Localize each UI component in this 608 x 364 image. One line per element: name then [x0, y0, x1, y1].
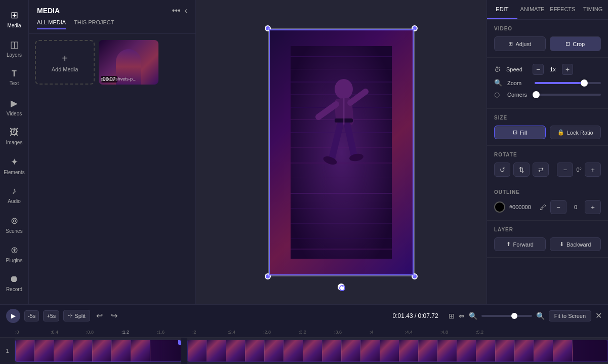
forward-button[interactable]: ⬆ Forward — [494, 237, 546, 251]
media-grid: + Add Media 00:07 pexels-shvets-p... — [29, 34, 195, 91]
layers-icon: ◫ — [10, 39, 19, 50]
sidebar-item-layers[interactable]: ◫ Layers — [0, 33, 29, 63]
timeline-zoom-track[interactable] — [481, 315, 532, 317]
sidebar-item-scenes[interactable]: ⊚ Scenes — [0, 210, 29, 239]
sidebar-label-record: Record — [6, 287, 22, 292]
media-options-button[interactable]: ••• — [172, 6, 181, 15]
svg-rect-12 — [291, 208, 392, 209]
skip-back-button[interactable]: -5s — [24, 310, 39, 321]
lock-ratio-button[interactable]: 🔒 Lock Ratio — [550, 126, 601, 139]
timeline-track-area: 1 — [0, 338, 608, 364]
speed-increase-button[interactable]: + — [562, 64, 573, 75]
close-timeline-button[interactable]: ✕ — [595, 311, 602, 320]
speed-control: − 1x + — [533, 64, 573, 75]
rotate-ccw-button[interactable]: ↺ — [494, 163, 510, 177]
sidebar-item-audio[interactable]: ♪ Audio — [0, 180, 29, 210]
record-icon: ⏺ — [10, 274, 19, 285]
media-collapse-button[interactable]: ‹ — [185, 6, 187, 15]
tab-effects[interactable]: EFFECTS — [548, 0, 578, 19]
rotate-dec-button[interactable]: − — [557, 163, 573, 177]
skip-fwd-button[interactable]: +5s — [43, 310, 59, 321]
sidebar-item-images[interactable]: 🖼 Images — [0, 122, 29, 151]
ruler-tick-9: :3.6 — [334, 330, 342, 335]
sidebar-label-media: Media — [7, 23, 21, 28]
flip-vertical-button[interactable]: ⇅ — [513, 163, 530, 177]
zoom-slider-wrap — [481, 315, 532, 317]
adjust-button[interactable]: ⊞ Adjust — [494, 36, 546, 51]
layer-section: LAYER ⬆ Forward ⬇ Backward — [487, 221, 608, 258]
fit-to-screen-button[interactable]: Fit to Screen — [549, 310, 591, 321]
play-button[interactable]: ▶ — [6, 309, 20, 323]
track-clip-2[interactable] — [187, 340, 608, 362]
timeline-split-arrows[interactable]: ⇔ — [459, 312, 465, 320]
sidebar-item-record[interactable]: ⏺ Record — [0, 268, 29, 298]
add-media-button[interactable]: + Add Media — [35, 40, 95, 85]
timeline-zoom-thumb[interactable] — [511, 313, 517, 319]
tab-animate[interactable]: ANIMATE — [517, 0, 548, 19]
svg-rect-15 — [291, 249, 392, 250]
timeline-fit-button[interactable]: ⊞ — [449, 312, 455, 320]
time-display: 0:01.43 / 0:07.72 — [393, 312, 438, 319]
outline-dec-button[interactable]: − — [550, 200, 566, 214]
zoom-thumb[interactable] — [581, 79, 588, 87]
backward-button[interactable]: ⬇ Backward — [550, 237, 601, 251]
sidebar-item-videos[interactable]: ▶ Videos — [0, 92, 29, 122]
elements-icon: ✦ — [11, 156, 18, 168]
corners-label: Corners — [507, 92, 531, 98]
tab-edit[interactable]: EDIT — [487, 0, 517, 19]
add-media-label: Add Media — [52, 66, 78, 72]
canvas-area: ••• — [196, 0, 487, 304]
sidebar-label-layers: Layers — [7, 52, 22, 58]
tab-timing[interactable]: TIMING — [578, 0, 608, 19]
outline-inc-button[interactable]: + — [585, 200, 601, 214]
timeline-controls: ⊞ ⇔ 🔍 🔍 — [449, 312, 545, 320]
ruler-tick-13: :5.2 — [476, 330, 483, 335]
crop-icon: ⊡ — [565, 41, 570, 47]
sidebar-item-elements[interactable]: ✦ Elements — [0, 151, 29, 180]
canvas-container[interactable] — [268, 28, 415, 276]
handle-rotate[interactable] — [338, 284, 345, 291]
sidebar-label-videos: Videos — [7, 111, 22, 116]
corners-thumb[interactable] — [533, 91, 540, 98]
sidebar-label-text: Text — [10, 80, 19, 86]
redo-button[interactable]: ↪ — [109, 310, 119, 321]
media-thumbnail-0[interactable]: 00:07 pexels-shvets-p... — [99, 40, 158, 85]
rotate-controls: ↺ ⇅ ⇄ − 0° + — [494, 163, 601, 177]
fill-icon: ⊡ — [513, 129, 517, 136]
svg-rect-2 — [291, 69, 392, 69]
layer-section-title: LAYER — [494, 227, 601, 232]
sidebar-label-images: Images — [6, 140, 23, 145]
sidebar-item-media[interactable]: ⊞ Media — [0, 4, 29, 33]
track-clip-1[interactable] — [15, 340, 181, 362]
speed-decrease-button[interactable]: − — [533, 64, 544, 75]
zoom-row: 🔍 Zoom — [494, 79, 601, 87]
fill-button[interactable]: ⊡ Fill — [494, 126, 546, 139]
track-content[interactable] — [15, 338, 608, 364]
corners-slider[interactable] — [535, 94, 601, 96]
sidebar-item-text[interactable]: T Text — [0, 63, 29, 92]
zoom-out-button[interactable]: 🔍 — [469, 312, 477, 320]
crop-button[interactable]: ⊡ Crop — [550, 36, 601, 51]
flip-horizontal-button[interactable]: ⇄ — [533, 163, 549, 177]
svg-rect-11 — [291, 193, 392, 194]
zoom-slider[interactable] — [535, 82, 601, 84]
rotate-inc-button[interactable]: + — [585, 163, 601, 177]
svg-rect-10 — [291, 178, 392, 178]
sidebar-item-plugins[interactable]: ⊛ Plugins — [0, 239, 29, 268]
split-button[interactable]: ⊹ Split — [63, 310, 90, 321]
eyedropper-icon[interactable]: 🖊 — [540, 204, 546, 211]
scenes-icon: ⊚ — [11, 215, 18, 226]
track-number: 1 — [0, 338, 15, 364]
tab-this-project[interactable]: THIS PROJECT — [74, 19, 114, 29]
images-icon: 🖼 — [10, 127, 19, 138]
timeline-section: ▶ -5s +5s ⊹ Split ↩ ↪ 0:01.43 / 0:07.72 … — [0, 304, 608, 364]
undo-button[interactable]: ↩ — [94, 310, 105, 321]
zoom-in-button[interactable]: 🔍 — [536, 312, 545, 320]
tab-all-media[interactable]: ALL MEDIA — [37, 19, 66, 29]
outline-color-swatch[interactable] — [494, 201, 505, 213]
media-panel-title: MEDIA — [37, 7, 60, 15]
svg-rect-14 — [291, 238, 392, 239]
ruler-tick-12: :4.8 — [440, 330, 448, 335]
adjust-icon: ⊞ — [508, 41, 513, 47]
split-label: Split — [74, 313, 85, 319]
